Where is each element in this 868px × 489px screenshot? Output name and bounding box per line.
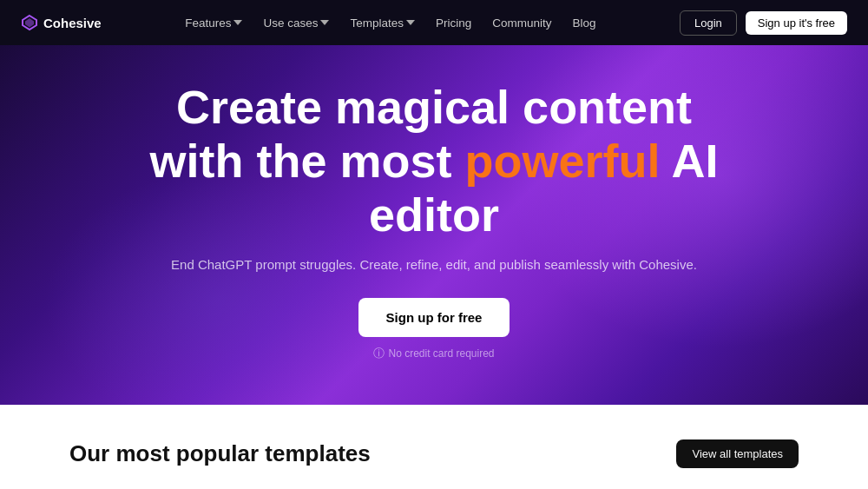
nav-community[interactable]: Community [483, 11, 560, 35]
templates-header: Our most popular templates View all temp… [69, 439, 799, 468]
nav-actions: Login Sign up it's free [680, 10, 847, 36]
info-icon: ⓘ [373, 346, 385, 361]
nav-usecases[interactable]: Use cases [254, 11, 338, 35]
templates-section-title: Our most popular templates [69, 440, 371, 467]
nav-pricing[interactable]: Pricing [427, 11, 480, 35]
nav-blog[interactable]: Blog [564, 11, 605, 35]
signup-button[interactable]: Sign up it's free [746, 11, 847, 35]
templates-section: Our most popular templates View all temp… [0, 405, 868, 489]
chevron-down-icon [233, 18, 242, 27]
navbar: Cohesive Features Use cases Templates Pr… [0, 0, 868, 45]
hero-subtitle: End ChatGPT prompt struggles. Create, re… [171, 257, 697, 272]
nav-features[interactable]: Features [176, 11, 251, 35]
hero-cta-button[interactable]: Sign up for free [358, 298, 510, 337]
chevron-down-icon [320, 18, 329, 27]
hero-section: Create magical content with the most pow… [0, 45, 868, 405]
brand-name: Cohesive [43, 16, 102, 30]
nav-templates[interactable]: Templates [341, 11, 424, 35]
chevron-down-icon [406, 18, 415, 27]
nav-links: Features Use cases Templates Pricing Com… [176, 11, 604, 35]
svg-marker-1 [25, 18, 34, 28]
login-button[interactable]: Login [680, 10, 737, 36]
logo-icon [21, 14, 38, 31]
hero-title: Create magical content with the most pow… [87, 80, 781, 241]
hero-note: ⓘ No credit card required [373, 346, 494, 361]
logo[interactable]: Cohesive [21, 14, 102, 31]
view-all-templates-button[interactable]: View all templates [676, 439, 799, 468]
